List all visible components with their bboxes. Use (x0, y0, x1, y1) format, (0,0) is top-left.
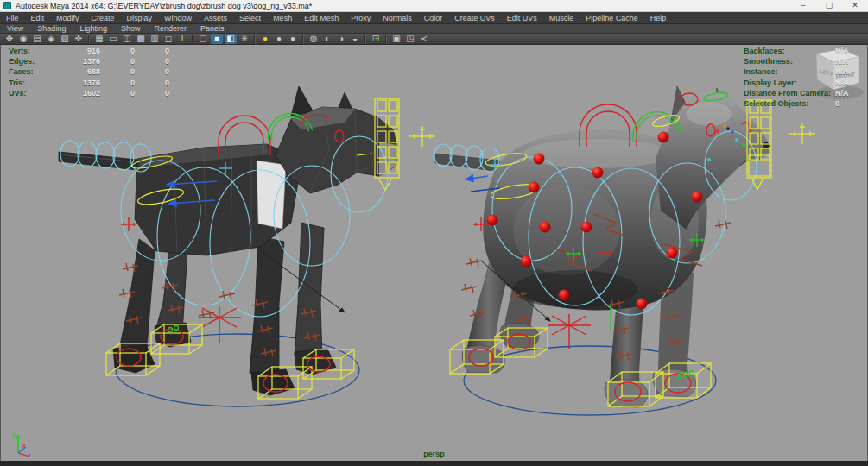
hud-row-backfaces: Backfaces:N/A (744, 46, 868, 56)
toolbar-separator (192, 35, 193, 44)
select-camera-icon[interactable]: ✥ (3, 34, 16, 44)
panel-menubar: View Shading Lighting Show Renderer Pane… (0, 24, 868, 34)
menu-proxy[interactable]: Proxy (345, 14, 377, 22)
menu-muscle[interactable]: Muscle (543, 14, 580, 22)
share-icon[interactable]: ≺ (418, 34, 430, 44)
toolbar-separator (88, 35, 90, 44)
menu-pipeline-cache[interactable]: Pipeline Cache (580, 14, 644, 22)
bookmark-icon[interactable]: ◈ (45, 34, 57, 44)
panel-toolbar: ✥ ◉ ▤ ◈ ▧ ✜ ▦ ▭ ◫ ▩ ▥ ◻ T ▢ ■ ◧ ✳ ● ● ● … (0, 34, 868, 45)
hud-row-uvs: UVs:160200 (9, 88, 169, 98)
textured-icon[interactable]: ◧ (225, 34, 237, 44)
menu-color[interactable]: Color (418, 14, 449, 22)
axis-label-y: y (12, 431, 16, 438)
use-all-lights-icon[interactable]: ✳ (238, 34, 250, 44)
scene-canvas[interactable]: LEFT FRONT y x z (1, 45, 868, 461)
resolution-gate-icon[interactable]: ◫ (121, 34, 133, 44)
grid-icon[interactable]: ▦ (93, 34, 105, 44)
camera-name-label: persp (1, 450, 867, 458)
hud-row-faces: Faces:68800 (9, 66, 169, 77)
hud-row-tris: Tris:137600 (9, 78, 169, 88)
hud-row-edges: Edges:137600 (9, 56, 169, 66)
window-titlebar: Autodesk Maya 2014 x64: G:\EVERYDAY\zbru… (0, 0, 868, 12)
field-chart-icon[interactable]: ▥ (149, 34, 161, 44)
toolbar-separator (254, 35, 256, 44)
menu-help[interactable]: Help (644, 14, 673, 22)
lock-camera-icon[interactable]: ◉ (17, 34, 29, 44)
image-plane-icon[interactable]: ▧ (59, 34, 71, 44)
wireframe-icon[interactable]: ▢ (197, 34, 209, 44)
shadows-icon[interactable]: ◍ (307, 34, 320, 44)
maximize-button[interactable]: ▢ (816, 0, 842, 11)
hud-row-selected-objects: Selected Objects:0 (744, 98, 868, 109)
root-control-right[interactable] (548, 314, 591, 349)
two-d-pan-zoom-icon[interactable]: ✜ (73, 34, 85, 44)
panel-menu-view[interactable]: View (0, 24, 30, 33)
panel-menu-shading[interactable]: Shading (30, 24, 73, 33)
flat-lighting-icon[interactable]: ● (287, 34, 299, 44)
perspective-viewport[interactable]: LEFT FRONT y x z Verts:91600 Edges:13760… (0, 45, 868, 461)
panel-menu-show[interactable]: Show (114, 24, 148, 33)
menu-window[interactable]: Window (158, 14, 198, 22)
object-details-hud: Backfaces:N/A Smoothness:N/A Instance:N/… (744, 46, 868, 109)
film-gate-icon[interactable]: ▭ (107, 34, 119, 44)
gate-mask-icon[interactable]: ▩ (135, 34, 147, 44)
menu-edit-mesh[interactable]: Edit Mesh (298, 14, 345, 22)
root-control-left[interactable] (198, 306, 241, 343)
menu-normals[interactable]: Normals (377, 14, 418, 22)
panel-menu-renderer[interactable]: Renderer (147, 24, 193, 33)
menu-file[interactable]: File (0, 14, 25, 22)
ambient-occlusion-icon[interactable]: ◐ (321, 34, 333, 44)
window-title: Autodesk Maya 2014 x64: G:\EVERYDAY\zbru… (16, 2, 312, 10)
hud-row-distance-from-camera: Distance From Camera:N/A (744, 88, 868, 98)
default-lighting-icon[interactable]: ● (259, 34, 271, 44)
menu-mesh[interactable]: Mesh (267, 14, 298, 22)
xray-icon[interactable]: ▣ (390, 34, 402, 44)
toolbar-separator (302, 35, 304, 44)
camera-attributes-icon[interactable]: ▤ (31, 34, 43, 44)
minimize-button[interactable]: – (790, 0, 816, 11)
menu-create-uvs[interactable]: Create UVs (448, 14, 501, 22)
panel-menu-lighting[interactable]: Lighting (73, 24, 114, 33)
hud-row-smoothness: Smoothness:N/A (744, 56, 868, 66)
menu-modify[interactable]: Modify (50, 14, 86, 22)
multisample-icon[interactable]: ◒ (349, 34, 361, 44)
main-menubar: File Edit Modify Create Display Window A… (0, 12, 868, 24)
motion-blur-icon[interactable]: ◑ (335, 34, 347, 44)
smooth-shade-icon[interactable]: ■ (211, 34, 223, 44)
maya-app-icon (3, 2, 11, 9)
all-lights-icon[interactable]: ● (273, 34, 285, 44)
safe-title-icon[interactable]: T (176, 34, 188, 44)
menu-select[interactable]: Select (233, 14, 267, 22)
exposure-icon[interactable]: ◳ (404, 34, 416, 44)
menu-edit[interactable]: Edit (25, 14, 51, 22)
isolate-select-icon[interactable]: ⊡ (370, 34, 382, 44)
menu-display[interactable]: Display (121, 14, 159, 22)
menu-assets[interactable]: Assets (198, 14, 233, 22)
hud-row-verts: Verts:91600 (9, 46, 169, 56)
safe-action-icon[interactable]: ◻ (162, 34, 174, 44)
poly-count-hud: Verts:91600 Edges:137600 Faces:68800 Tri… (9, 46, 169, 98)
toolbar-separator (385, 35, 387, 44)
hud-row-instance: Instance:N/A (744, 66, 868, 77)
menu-edit-uvs[interactable]: Edit UVs (501, 14, 543, 22)
close-button[interactable]: ✕ (842, 0, 868, 11)
window-bottom-edge (0, 461, 868, 466)
menu-create[interactable]: Create (86, 14, 121, 22)
axis-label-x: x (22, 443, 26, 449)
panel-menu-panels[interactable]: Panels (193, 24, 231, 33)
toolbar-separator (364, 35, 366, 44)
hud-row-display-layer: Display Layer:N/A (744, 78, 868, 88)
